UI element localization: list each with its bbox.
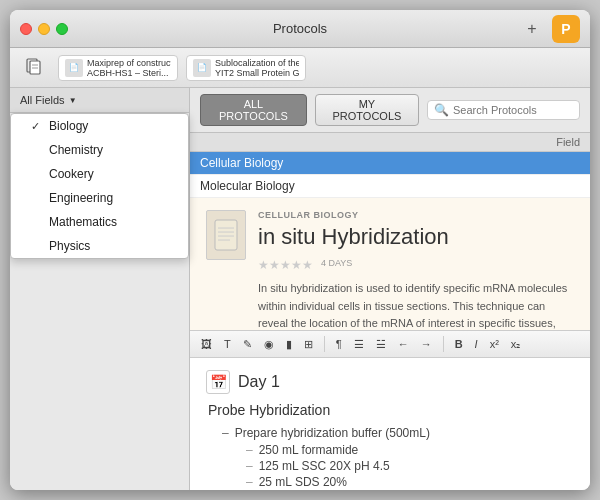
indent-left-btn[interactable]: ← [395,337,412,351]
all-protocols-button[interactable]: ALL PROTOCOLS [200,94,307,126]
divider-2 [443,336,444,352]
protocol-meta: ★★★★★ 4 DAYS [258,258,574,272]
category-item-cellular[interactable]: Cellular Biology [190,152,590,175]
dropdown-item-cookery[interactable]: Cookery [11,162,188,186]
titlebar-actions: + P [520,15,580,43]
dropdown-item-biology[interactable]: ✓ Biology [11,114,188,138]
chevron-down-icon: ▼ [69,96,77,105]
sub-items-0: 250 mL formamide 125 mL SSC 20X pH 4.5 2… [222,442,574,490]
bold-btn[interactable]: B [452,337,466,351]
thumb-icon-2: 📄 [193,59,211,77]
protocol-header-row: CELLULAR BIOLOGY in situ Hybridization ★… [206,210,574,330]
draw-btn[interactable]: ✎ [240,337,255,352]
list-item-0: Prepare hybridization buffer (500mL) [222,424,574,442]
day-title: Day 1 [238,373,280,391]
list-btn[interactable]: ☰ [351,337,367,352]
text-btn[interactable]: T [221,337,234,351]
field-selector[interactable]: All Fields ▼ [10,88,189,113]
field-selector-label: All Fields [20,94,65,106]
toolbar: 📄 Maxiprep of construct ACBH-HS1 – Steri… [10,48,590,88]
dropdown-item-mathematics[interactable]: Mathematics [11,210,188,234]
sub-item-0-2: 25 mL SDS 20% [246,474,574,490]
traffic-lights [20,23,68,35]
indent-right-btn[interactable]: → [418,337,435,351]
svg-rect-4 [215,220,237,250]
left-panel: All Fields ▼ ✓ Biology Chemistry Cookery [10,88,190,490]
dropdown-menu: ✓ Biology Chemistry Cookery Engineering [10,113,189,259]
protocol-info: CELLULAR BIOLOGY in situ Hybridization ★… [258,210,574,330]
insert-image-btn[interactable]: 🖼 [198,337,215,351]
thumb-text-2: Sublocalization of the YIT2 Small Protei… [215,58,299,78]
editor-toolbar: 🖼 T ✎ ◉ ▮ ⊞ ¶ ☰ ☱ ← → B I x² x₂ [190,330,590,358]
search-input[interactable] [453,104,573,116]
rect-btn[interactable]: ▮ [283,337,295,352]
protocol-doc-icon [206,210,246,260]
protocols-icon[interactable] [20,53,50,83]
thumb-icon-1: 📄 [65,59,83,77]
divider-1 [324,336,325,352]
recent-protocol-1[interactable]: 📄 Maxiprep of construct ACBH-HS1 – Steri… [58,55,178,81]
calendar-icon: 📅 [206,370,230,394]
check-icon: ✓ [31,120,43,133]
main-content: All Fields ▼ ✓ Biology Chemistry Cookery [10,88,590,490]
titlebar: Protocols + P [10,10,590,48]
my-protocols-button[interactable]: MY PROTOCOLS [315,94,419,126]
para-btn[interactable]: ¶ [333,337,345,351]
recent-protocol-2[interactable]: 📄 Sublocalization of the YIT2 Small Prot… [186,55,306,81]
protocol-bar: ALL PROTOCOLS MY PROTOCOLS 🔍 [190,88,590,133]
italic-btn[interactable]: I [472,337,481,351]
content-body: 📅 Day 1 Probe Hybridization Prepare hybr… [190,358,590,490]
dropdown-item-chemistry[interactable]: Chemistry [11,138,188,162]
thumb-text-1: Maxiprep of construct ACBH-HS1 – Steri..… [87,58,171,78]
add-protocol-button[interactable]: + [520,17,544,41]
protocol-tag: CELLULAR BIOLOGY [258,210,574,220]
sub-item-0-0: 250 mL formamide [246,442,574,458]
superscript-btn[interactable]: x² [487,337,502,351]
circle-btn[interactable]: ◉ [261,337,277,352]
category-list: Cellular Biology Molecular Biology [190,152,590,198]
section-title: Probe Hybridization [206,402,574,418]
table-btn[interactable]: ⊞ [301,337,316,352]
category-item-molecular[interactable]: Molecular Biology [190,175,590,198]
protocol-description: In situ hybridization is used to identif… [258,280,574,330]
subscript-btn[interactable]: x₂ [508,337,524,352]
protocol-list: Prepare hybridization buffer (500mL) 250… [206,424,574,490]
protocol-title: in situ Hybridization [258,224,574,250]
day-header: 📅 Day 1 [206,370,574,394]
close-button[interactable] [20,23,32,35]
protocol-badge[interactable]: P [552,15,580,43]
field-header: Field [190,133,590,152]
right-panel: ALL PROTOCOLS MY PROTOCOLS 🔍 Field Cellu… [190,88,590,490]
minimize-button[interactable] [38,23,50,35]
protocol-detail: CELLULAR BIOLOGY in situ Hybridization ★… [190,198,590,330]
star-rating[interactable]: ★★★★★ [258,258,313,272]
list2-btn[interactable]: ☱ [373,337,389,352]
dropdown-item-engineering[interactable]: Engineering [11,186,188,210]
sub-item-0-1: 125 mL SSC 20X pH 4.5 [246,458,574,474]
search-icon: 🔍 [434,103,449,117]
search-box: 🔍 [427,100,580,120]
days-badge: 4 DAYS [321,258,352,268]
maximize-button[interactable] [56,23,68,35]
window-title: Protocols [273,21,327,36]
dropdown-item-physics[interactable]: Physics [11,234,188,258]
main-window: Protocols + P 📄 Maxiprep of construct AC… [10,10,590,490]
